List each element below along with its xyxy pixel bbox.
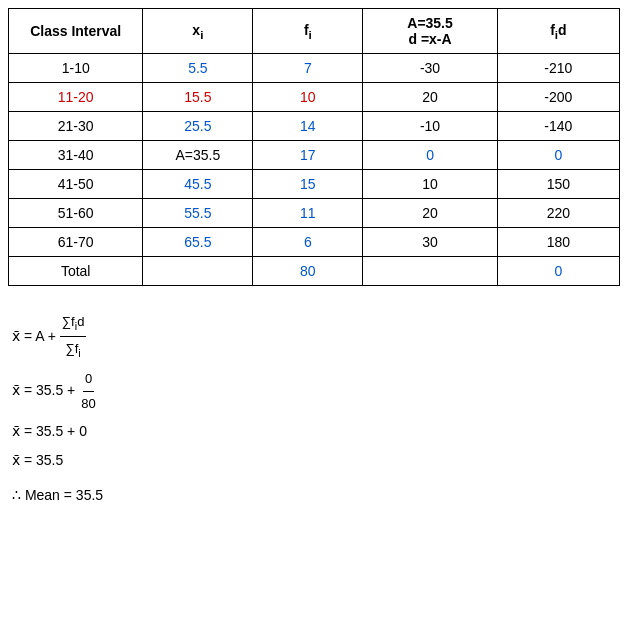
cell-fi: 11 bbox=[253, 199, 363, 228]
cell-xi: 55.5 bbox=[143, 199, 253, 228]
cell-xi: 5.5 bbox=[143, 54, 253, 83]
cell-fi: 15 bbox=[253, 170, 363, 199]
header-d-line1: A=35.5 bbox=[367, 15, 492, 31]
table-row: 61-70 65.5 6 30 180 bbox=[9, 228, 620, 257]
cell-xi: 45.5 bbox=[143, 170, 253, 199]
cell-fi: 80 bbox=[253, 257, 363, 286]
cell-d: 30 bbox=[363, 228, 497, 257]
cell-fid: 0 bbox=[497, 257, 619, 286]
table-row: 11-20 15.5 10 20 -200 bbox=[9, 83, 620, 112]
cell-fi: 6 bbox=[253, 228, 363, 257]
cell-xi: 65.5 bbox=[143, 228, 253, 257]
formula-line-3: x̄ = 35.5 + 0 bbox=[12, 419, 616, 444]
mean-result: ∴ Mean = 35.5 bbox=[12, 483, 616, 508]
cell-fid: 0 bbox=[497, 141, 619, 170]
cell-fid: 180 bbox=[497, 228, 619, 257]
cell-d: -30 bbox=[363, 54, 497, 83]
table-row: 21-30 25.5 14 -10 -140 bbox=[9, 112, 620, 141]
cell-fid: 220 bbox=[497, 199, 619, 228]
header-class-interval: Class Interval bbox=[9, 9, 143, 54]
header-fid: fid bbox=[497, 9, 619, 54]
table-row: 1-10 5.5 7 -30 -210 bbox=[9, 54, 620, 83]
cell-class: 1-10 bbox=[9, 54, 143, 83]
cell-xi: 15.5 bbox=[143, 83, 253, 112]
cell-d: 20 bbox=[363, 199, 497, 228]
cell-fi: 17 bbox=[253, 141, 363, 170]
formula-line-2: x̄ = 35.5 + 0 80 bbox=[12, 367, 616, 415]
cell-class: Total bbox=[9, 257, 143, 286]
cell-class: 31-40 bbox=[9, 141, 143, 170]
cell-xi bbox=[143, 257, 253, 286]
header-d: A=35.5 d =x-A bbox=[363, 9, 497, 54]
fraction-1: ∑fid ∑fi bbox=[60, 310, 87, 363]
table-row: 41-50 45.5 15 10 150 bbox=[9, 170, 620, 199]
cell-fid: -140 bbox=[497, 112, 619, 141]
statistics-table: Class Interval xi fi A=35.5 d =x-A fid 1… bbox=[8, 8, 620, 286]
header-xi: xi bbox=[143, 9, 253, 54]
header-fi: fi bbox=[253, 9, 363, 54]
cell-fid: -210 bbox=[497, 54, 619, 83]
formula-line-1: x̄ = A + ∑fid ∑fi bbox=[12, 310, 616, 363]
cell-fid: 150 bbox=[497, 170, 619, 199]
cell-class: 61-70 bbox=[9, 228, 143, 257]
cell-d: 20 bbox=[363, 83, 497, 112]
table-row: 51-60 55.5 11 20 220 bbox=[9, 199, 620, 228]
formula-line-4: x̄ = 35.5 bbox=[12, 448, 616, 473]
cell-xi: 25.5 bbox=[143, 112, 253, 141]
cell-xi: A=35.5 bbox=[143, 141, 253, 170]
cell-d: -10 bbox=[363, 112, 497, 141]
table-row: Total 80 0 bbox=[9, 257, 620, 286]
table-row: 31-40 A=35.5 17 0 0 bbox=[9, 141, 620, 170]
cell-class: 11-20 bbox=[9, 83, 143, 112]
cell-class: 51-60 bbox=[9, 199, 143, 228]
fraction-2: 0 80 bbox=[79, 367, 97, 415]
cell-d bbox=[363, 257, 497, 286]
formula-section: x̄ = A + ∑fid ∑fi x̄ = 35.5 + 0 80 x̄ = … bbox=[8, 304, 620, 515]
cell-fi: 14 bbox=[253, 112, 363, 141]
cell-fi: 7 bbox=[253, 54, 363, 83]
cell-class: 21-30 bbox=[9, 112, 143, 141]
cell-fi: 10 bbox=[253, 83, 363, 112]
header-d-line2: d =x-A bbox=[367, 31, 492, 47]
cell-class: 41-50 bbox=[9, 170, 143, 199]
cell-d: 10 bbox=[363, 170, 497, 199]
cell-fid: -200 bbox=[497, 83, 619, 112]
cell-d: 0 bbox=[363, 141, 497, 170]
